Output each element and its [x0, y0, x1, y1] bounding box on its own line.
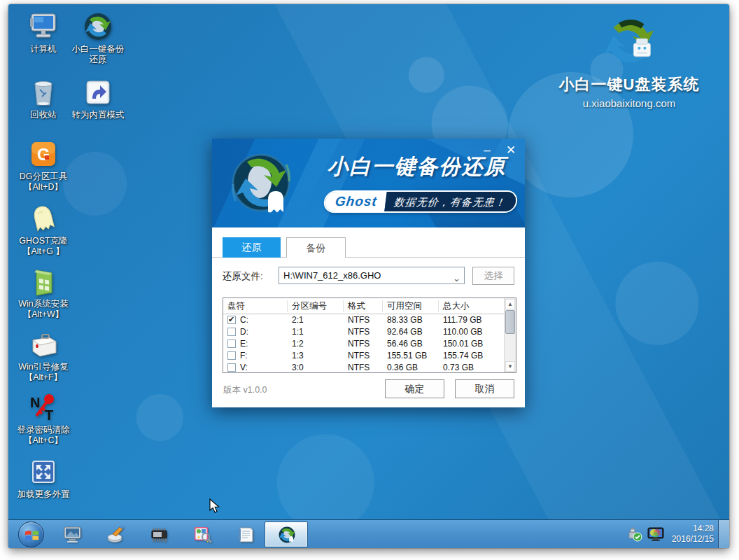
table-row[interactable]: E: 1:2 NTFS 56.46 GB 150.01 GB — [223, 338, 504, 350]
taskbar-active-app[interactable] — [265, 522, 308, 547]
cell-format: NTFS — [348, 363, 370, 372]
desktop-icon-win-install[interactable]: Win系统安装 【Alt+W】 — [10, 266, 77, 320]
cell-free: 92.64 GB — [387, 327, 423, 337]
cell-free: 0.36 GB — [387, 363, 418, 372]
table-header: 盘符 分区编号 格式 可用空间 总大小 — [223, 298, 504, 314]
desktop: 计算机 小白一键备份 还原 回收站 转为内置模式 — [8, 4, 729, 548]
taskbar-clock[interactable]: 14:28 2016/12/15 — [672, 524, 714, 545]
mouse-cursor — [209, 498, 223, 514]
desktop-icon-label: GHOST克隆 — [19, 236, 67, 246]
cell-format: NTFS — [348, 339, 370, 349]
recycle-bin-icon — [28, 77, 59, 108]
desktop-icon-load-more[interactable]: 加载更多外置 — [10, 456, 77, 500]
usb-safely-remove-icon[interactable] — [627, 526, 642, 542]
computer-icon — [28, 11, 59, 42]
brand-title: 小白一键U盘装系统 — [542, 74, 717, 95]
cell-free: 88.33 GB — [387, 315, 423, 325]
tab-backup[interactable]: 备份 — [286, 237, 346, 258]
dialog-banner: 小白一键备份还原 Ghost 数据无价，有备无患！ – ✕ — [212, 139, 525, 227]
show-desktop-button[interactable] — [718, 520, 729, 548]
cell-drive: V: — [240, 363, 248, 372]
tab-restore[interactable]: 还原 — [223, 237, 281, 258]
sync-arrows-icon — [83, 11, 113, 42]
desktop-icon-label: Win系统安装 — [18, 299, 69, 309]
scroll-up-icon[interactable]: ▲ — [505, 299, 515, 309]
desktop-icon-password-clear[interactable]: N T 登录密码清除 【Alt+C】 — [10, 392, 77, 446]
clock-date: 2016/12/15 — [672, 534, 714, 545]
cell-total: 111.79 GB — [443, 315, 482, 325]
desktop-icon-label-line2: 【Alt+W】 — [23, 309, 64, 319]
partition-table: 盘符 分区编号 格式 可用空间 总大小 C: 2:1 NTFS 88.33 GB… — [223, 298, 516, 373]
desktop-icon-win-boot-repair[interactable]: Win引导修复 【Alt+F】 — [10, 329, 77, 383]
svg-text:N: N — [30, 395, 40, 410]
cell-format: NTFS — [348, 327, 370, 337]
dialog-tabbar: 还原 备份 — [212, 227, 525, 258]
desktop-icon-backup-restore[interactable]: 小白一键备份 还原 — [64, 11, 132, 65]
minimize-button[interactable]: – — [480, 144, 494, 156]
desktop-icon-ghost-clone[interactable]: GHOST克隆 【Alt+G 】 — [10, 203, 77, 257]
col-total: 总大小 — [439, 300, 495, 312]
row-checkbox[interactable] — [227, 316, 236, 324]
install-box-icon — [28, 266, 59, 297]
desktop-icon-label-line2: 【Alt+F】 — [24, 372, 63, 382]
expand-arrows-icon — [28, 456, 59, 487]
restore-file-combobox[interactable]: H:\WIN7_612_x86.GHO ⌄ — [279, 267, 465, 284]
row-checkbox[interactable] — [227, 363, 236, 372]
col-free: 可用空间 — [383, 300, 439, 312]
memory-tool-icon[interactable] — [150, 525, 169, 544]
desktop-icon-dg-partition[interactable]: G DG分区工具 【Alt+D】 — [10, 139, 77, 192]
brand-logo-icon — [601, 14, 657, 70]
table-row[interactable]: V: 3:0 NTFS 0.36 GB 0.73 GB — [223, 362, 504, 374]
select-file-button[interactable]: 选择 — [472, 267, 514, 285]
chevron-down-icon[interactable]: ⌄ — [453, 270, 460, 284]
cell-partition: 1:3 — [292, 351, 304, 360]
cell-free: 56.46 GB — [387, 339, 423, 349]
cell-total: 110.00 GB — [443, 327, 482, 337]
cell-partition: 3:0 — [292, 363, 304, 372]
row-checkbox[interactable] — [227, 351, 236, 360]
display-color-icon[interactable] — [647, 526, 664, 542]
table-scrollbar[interactable]: ▲ ▼ — [504, 298, 516, 372]
desktop-icon-label: 加载更多外置 — [10, 489, 77, 500]
row-checkbox[interactable] — [227, 328, 236, 336]
desktop-icon-internal-mode[interactable]: 转为内置模式 — [64, 77, 132, 120]
cell-total: 0.73 GB — [443, 363, 474, 372]
shortcut-arrow-icon — [83, 77, 113, 108]
svg-text:T: T — [45, 407, 53, 423]
cell-drive: F: — [240, 351, 248, 360]
dialog-title: 小白一键备份还原 — [317, 153, 516, 181]
disk-cleanup-icon[interactable] — [106, 525, 125, 544]
desktop-icon-label-line2: 【Alt+D】 — [24, 182, 63, 192]
desktop-icon-label-line2: 【Alt+G 】 — [22, 246, 64, 256]
close-button[interactable]: ✕ — [504, 144, 518, 156]
cell-total: 150.01 GB — [443, 339, 483, 349]
scroll-thumb[interactable] — [505, 310, 515, 334]
desktop-icon-label-line2: 【Alt+C】 — [24, 435, 63, 445]
windows-flag-icon — [24, 527, 40, 543]
display-tool-icon[interactable] — [63, 525, 82, 544]
table-row[interactable]: C: 2:1 NTFS 88.33 GB 111.79 GB — [223, 314, 504, 326]
desktop-icon-label: Win引导修复 — [18, 362, 69, 372]
ok-button[interactable]: 确定 — [385, 379, 444, 398]
cell-drive: E: — [240, 339, 248, 349]
col-drive: 盘符 — [223, 300, 288, 312]
restore-file-row: 还原文件: H:\WIN7_612_x86.GHO ⌄ 选择 — [223, 267, 514, 285]
notepad-icon[interactable] — [237, 525, 255, 544]
desktop-icon-label: 转为内置模式 — [64, 110, 132, 120]
taskbar: 14:28 2016/12/15 — [8, 519, 729, 548]
screenshot-tool-icon[interactable] — [193, 525, 212, 544]
start-button[interactable] — [18, 522, 44, 547]
row-checkbox[interactable] — [227, 340, 236, 348]
ghost-icon — [28, 203, 59, 234]
cell-partition: 2:1 — [292, 315, 304, 325]
ghost-badge: Ghost 数据无价，有备无患！ — [323, 190, 519, 213]
cancel-button[interactable]: 取消 — [455, 379, 514, 398]
scroll-down-icon[interactable]: ▼ — [505, 361, 515, 372]
col-format: 格式 — [344, 300, 383, 312]
brand-block: 小白一键U盘装系统 u.xiaobaixitong.com — [542, 14, 717, 109]
table-row[interactable]: F: 1:3 NTFS 155.51 GB 155.74 GB — [223, 350, 504, 362]
backup-restore-dialog: 小白一键备份还原 Ghost 数据无价，有备无患！ – ✕ 还原 备份 还原文件… — [212, 139, 525, 407]
backup-tool-icon — [277, 525, 297, 545]
table-row[interactable]: D: 1:1 NTFS 92.64 GB 110.00 GB — [223, 326, 504, 338]
ghost-badge-brand: Ghost — [324, 192, 386, 211]
